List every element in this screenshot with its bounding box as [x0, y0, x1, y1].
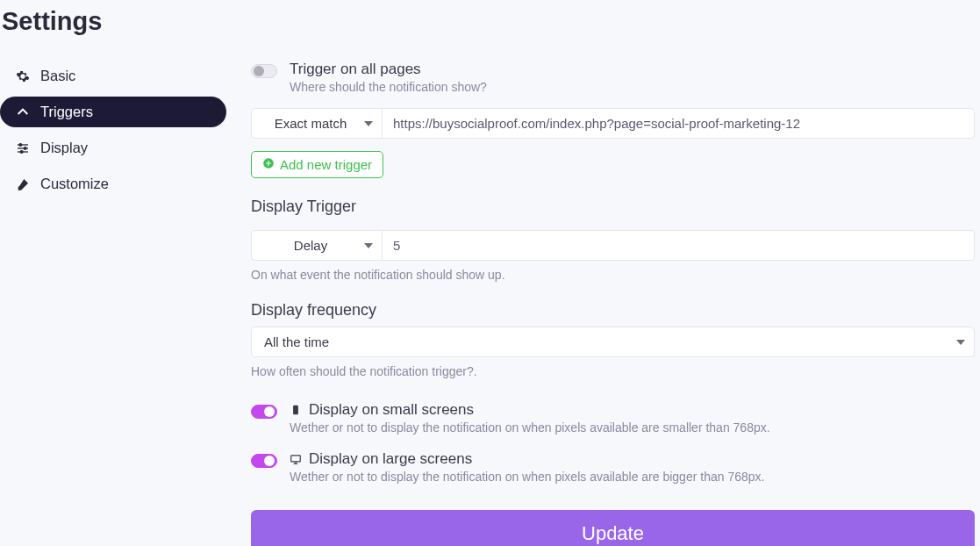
large-screens-row: Display on large screens Wether or not t… — [251, 450, 975, 484]
plus-circle-icon — [262, 157, 275, 172]
display-trigger-title: Display Trigger — [251, 198, 975, 216]
page-title: Settings — [0, 0, 980, 41]
display-trigger-row: Delay — [251, 230, 975, 261]
svg-point-3 — [19, 143, 22, 146]
svg-rect-7 — [293, 406, 298, 415]
sidebar-item-label: Display — [40, 140, 88, 156]
large-screens-helper: Wether or not to display the notificatio… — [290, 470, 764, 484]
small-screens-toggle[interactable] — [251, 405, 277, 419]
sidebar-item-label: Triggers — [40, 104, 93, 120]
sidebar-item-triggers[interactable]: Triggers — [0, 97, 226, 127]
add-trigger-button[interactable]: Add new trigger — [251, 151, 383, 178]
sidebar-item-label: Customize — [40, 176, 109, 192]
match-rule-row: Exact match — [251, 108, 975, 139]
settings-sidebar: Basic Triggers Display Customize — [0, 61, 226, 546]
small-screens-row: Display on small screens Wether or not t… — [251, 401, 975, 435]
sidebar-item-display[interactable]: Display — [0, 133, 226, 163]
add-trigger-label: Add new trigger — [280, 157, 372, 172]
match-type-select[interactable]: Exact match — [251, 108, 383, 139]
update-button[interactable]: Update — [251, 510, 975, 546]
trigger-all-pages-row: Trigger on all pages Where should the no… — [251, 61, 975, 94]
settings-main: Trigger on all pages Where should the no… — [251, 61, 980, 546]
gear-icon — [16, 69, 30, 83]
svg-point-5 — [20, 150, 23, 153]
display-trigger-select[interactable]: Delay — [251, 230, 383, 261]
sidebar-item-label: Basic — [40, 68, 75, 84]
desktop-icon — [290, 453, 302, 465]
display-frequency-row: All the time — [251, 327, 975, 357]
small-screens-label: Display on small screens — [309, 401, 474, 419]
sidebar-item-basic[interactable]: Basic — [0, 61, 226, 91]
sidebar-item-customize[interactable]: Customize — [0, 169, 226, 199]
display-trigger-value-input[interactable] — [383, 230, 975, 261]
large-screens-toggle[interactable] — [251, 454, 277, 468]
display-frequency-select[interactable]: All the time — [251, 327, 975, 357]
display-trigger-helper: On what event the notification should sh… — [251, 268, 975, 282]
svg-rect-8 — [291, 456, 301, 462]
chevron-up-icon — [16, 105, 30, 119]
mobile-icon — [290, 404, 302, 416]
sliders-icon — [16, 141, 30, 155]
brush-icon — [16, 177, 30, 191]
small-screens-helper: Wether or not to display the notificatio… — [290, 420, 770, 435]
large-screens-label: Display on large screens — [309, 450, 472, 468]
trigger-all-pages-toggle[interactable] — [251, 64, 277, 78]
match-url-input[interactable] — [383, 108, 975, 139]
svg-point-4 — [24, 147, 26, 149]
trigger-all-pages-helper: Where should the notification show? — [290, 80, 487, 94]
trigger-all-pages-label: Trigger on all pages — [290, 61, 421, 78]
display-frequency-helper: How often should the notification trigge… — [251, 364, 975, 378]
display-frequency-title: Display frequency — [251, 301, 975, 320]
